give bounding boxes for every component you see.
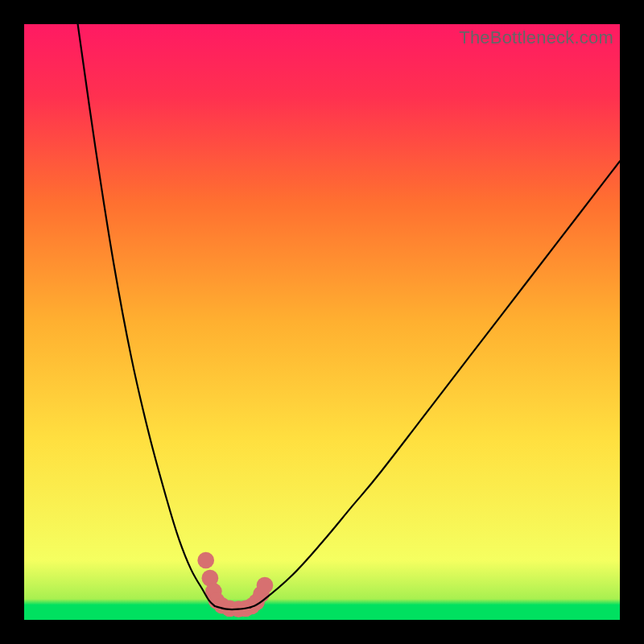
valley-marker-dot	[197, 552, 214, 569]
valley-marker-dot	[257, 577, 274, 594]
curve-right-branch	[250, 161, 620, 607]
watermark-text: TheBottleneck.com	[459, 27, 613, 48]
curve-layer	[24, 24, 620, 620]
curve-left-branch	[78, 24, 215, 606]
plot-area: TheBottleneck.com	[24, 24, 620, 620]
chart-frame: TheBottleneck.com	[0, 0, 644, 644]
valley-markers	[197, 552, 273, 617]
